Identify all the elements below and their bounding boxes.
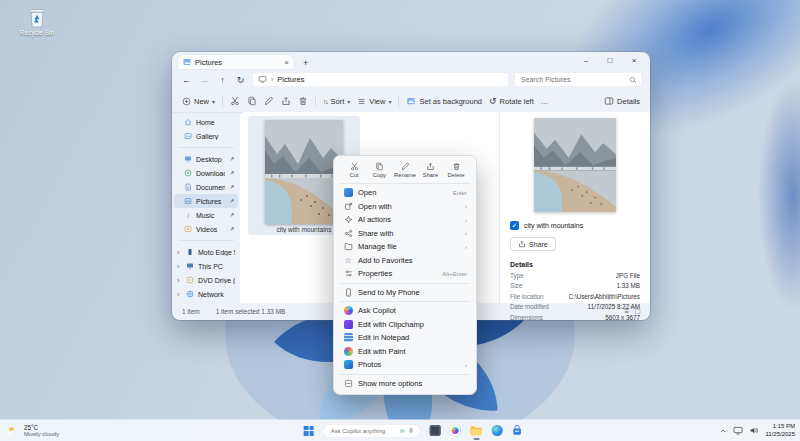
breadcrumb[interactable]: › Pictures [252, 72, 509, 87]
up-button[interactable]: ↑ [216, 75, 229, 85]
sort-label: Sort [331, 97, 345, 106]
hidden-icons-chevron[interactable] [719, 427, 727, 435]
menu-item-edit-in-notepad[interactable]: Edit in Notepad [338, 331, 472, 345]
search-box[interactable] [514, 72, 642, 87]
quick-copy-button[interactable]: Copy [369, 162, 391, 178]
taskbar-search-input[interactable] [329, 427, 397, 435]
share-icon [518, 240, 526, 248]
menu-item-open-with[interactable]: Open with › [338, 200, 472, 214]
edge-button[interactable] [492, 420, 503, 441]
menu-item-manage-file[interactable]: Manage file › [338, 240, 472, 254]
edge-icon [492, 425, 503, 436]
open-icon [344, 188, 353, 197]
more-options-button[interactable]: … [541, 97, 549, 106]
tab-close-icon[interactable]: × [284, 58, 289, 67]
menu-item-send-to-phone[interactable]: Send to My Phone [338, 286, 472, 300]
clipchamp-icon [344, 320, 353, 329]
refresh-button[interactable]: ↻ [234, 75, 247, 85]
expand-chevron-icon[interactable]: › [177, 291, 182, 298]
forward-button[interactable]: → [198, 75, 211, 85]
menu-divider [340, 183, 470, 184]
menu-item-edit-with-paint[interactable]: Edit with Paint [338, 345, 472, 359]
mic-icon[interactable] [408, 427, 415, 434]
store-button[interactable] [512, 420, 523, 441]
sort-button[interactable]: ↑↓ Sort ▾ [323, 97, 350, 106]
sidebar-item-gallery[interactable]: Gallery [174, 129, 238, 143]
taskbar-weather-widget[interactable]: 25°C Mostly cloudy [6, 420, 59, 441]
copilot-app-button[interactable] [450, 420, 461, 441]
sidebar-item-network[interactable]: › Network [174, 287, 238, 301]
menu-item-properties[interactable]: Properties Alt+Enter [338, 267, 472, 281]
menu-item-ai-actions[interactable]: AI actions › [338, 213, 472, 227]
list-view-toggle[interactable]: ≡ [624, 307, 629, 316]
menu-item-ask-copilot[interactable]: Ask Copilot [338, 304, 472, 318]
menu-item-share-with[interactable]: Share with › [338, 227, 472, 241]
sidebar-item-downloads[interactable]: Downloads [174, 166, 238, 180]
rename-button[interactable] [264, 96, 274, 106]
set-as-background-button[interactable]: Set as background [406, 96, 482, 106]
file-checkbox[interactable]: ✓ [510, 221, 519, 230]
back-button[interactable]: ← [180, 75, 193, 85]
details-pane: ✓ city with mountains Share Details Type… [499, 112, 650, 303]
rotate-left-button[interactable]: ↺ Rotate left [489, 96, 534, 106]
task-view-icon [430, 425, 441, 436]
sidebar-item-documents[interactable]: Documents [174, 180, 238, 194]
thumbnail-view-toggle[interactable]: □ [635, 307, 640, 316]
copy-button[interactable] [247, 96, 257, 106]
menu-item-add-to-favorites[interactable]: ☆ Add to Favorites [338, 254, 472, 268]
home-icon [184, 118, 192, 126]
search-input[interactable] [519, 75, 626, 84]
ai-actions-icon [344, 215, 353, 224]
sidebar-item-music[interactable]: ♪ Music [174, 208, 238, 222]
menu-item-photos[interactable]: Photos › [338, 358, 472, 372]
preview-image [534, 118, 616, 212]
sidebar-item-desktop[interactable]: Desktop [174, 152, 238, 166]
share-icon [426, 162, 435, 171]
quick-delete-button[interactable]: Delete [445, 162, 467, 178]
pin-icon [229, 156, 235, 162]
menu-item-open[interactable]: Open Enter [338, 186, 472, 200]
dropdown-icon: ▾ [212, 98, 215, 105]
task-view-button[interactable] [430, 420, 441, 441]
start-button[interactable] [304, 420, 314, 441]
quick-share-button[interactable]: Share [420, 162, 442, 178]
maximize-button[interactable]: □ [598, 52, 622, 69]
menu-item-show-more-options[interactable]: Show more options [338, 377, 472, 391]
volume-icon[interactable] [749, 426, 759, 435]
taskbar-clock[interactable]: 1:15 PM 11/25/2025 [765, 423, 795, 439]
breadcrumb-location[interactable]: Pictures [277, 75, 304, 84]
new-tab-button[interactable]: + [303, 58, 308, 68]
minimize-button[interactable]: – [574, 52, 598, 69]
expand-chevron-icon[interactable]: › [177, 249, 182, 256]
dvd-icon [186, 276, 194, 284]
recycle-bin-label: Recycle Bin [14, 29, 60, 36]
expand-chevron-icon[interactable]: › [177, 277, 182, 284]
details-share-button[interactable]: Share [510, 237, 556, 251]
explorer-tab-pictures[interactable]: Pictures × [178, 55, 294, 69]
sidebar-item-this-pc[interactable]: › This PC [174, 259, 238, 273]
properties-icon [344, 269, 353, 278]
sidebar-item-dvd-drive[interactable]: › DVD Drive (D:) C [174, 273, 238, 287]
taskbar-search[interactable]: ∞ [323, 424, 421, 438]
recycle-bin-shortcut[interactable]: Recycle Bin [14, 6, 60, 36]
menu-divider [340, 374, 470, 375]
delete-button[interactable] [298, 96, 308, 106]
display-cast-icon[interactable] [733, 426, 743, 435]
cut-button[interactable] [230, 96, 240, 106]
close-button[interactable]: × [622, 52, 646, 69]
expand-chevron-icon[interactable]: › [177, 263, 182, 270]
file-explorer-button[interactable] [470, 420, 483, 441]
menu-item-edit-with-clipchamp[interactable]: Edit with Clipchamp [338, 318, 472, 332]
sidebar-item-phone[interactable]: › Moto Edge 50 N [174, 245, 238, 259]
details-pane-button[interactable]: Details [604, 96, 640, 106]
sidebar-item-home[interactable]: Home [174, 115, 238, 129]
quick-rename-button[interactable]: Rename [394, 162, 416, 178]
quick-cut-button[interactable]: Cut [343, 162, 365, 178]
sidebar-item-videos[interactable]: Videos [174, 222, 238, 236]
new-button[interactable]: New ▾ [182, 97, 215, 106]
share-button[interactable] [281, 96, 291, 106]
sidebar-item-pictures[interactable]: Pictures [174, 194, 238, 208]
rename-icon [401, 162, 410, 171]
view-button[interactable]: View ▾ [357, 97, 391, 106]
details-header: Details [510, 261, 640, 268]
